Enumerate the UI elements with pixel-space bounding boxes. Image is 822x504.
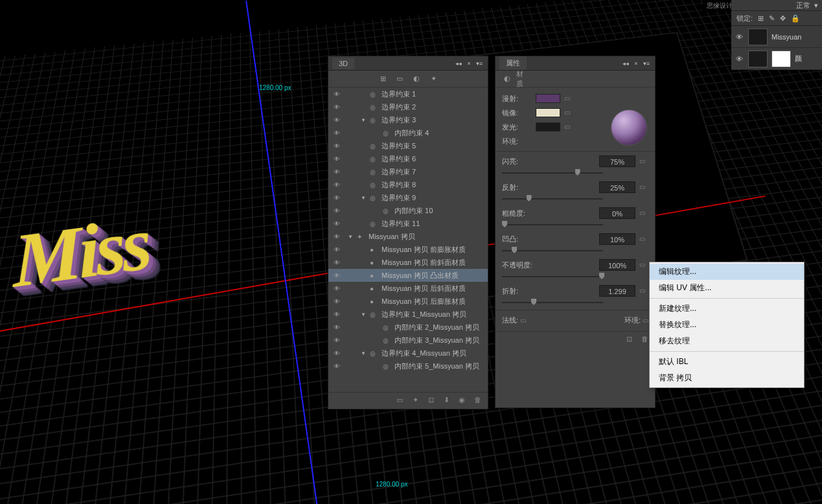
visibility-icon[interactable]: 👁	[331, 181, 343, 189]
filter-material-icon[interactable]: ◐	[411, 74, 422, 84]
btn-icon[interactable]: ⬇	[441, 396, 451, 406]
visibility-icon[interactable]: 👁	[331, 285, 343, 292]
tree-row[interactable]: 👁 ◎ 内部约束 10	[328, 204, 488, 217]
folder-icon[interactable]: ▭	[520, 317, 526, 324]
folder-icon[interactable]: ▭	[639, 287, 648, 295]
visibility-icon[interactable]: 👁	[331, 155, 343, 163]
lock-move-icon[interactable]: ✥	[780, 14, 786, 23]
diffuse-swatch[interactable]	[536, 94, 560, 103]
illum-swatch[interactable]	[536, 122, 560, 132]
context-menu[interactable]: 编辑纹理...编辑 UV 属性...新建纹理...替换纹理...移去纹理默认 I…	[649, 262, 805, 388]
slider-track[interactable]	[502, 246, 648, 255]
layer-row[interactable]: 👁 Missyuan	[731, 26, 822, 48]
tree-row[interactable]: 👁 ◎ 边界约束 6	[328, 152, 488, 165]
slider-value[interactable]: 10%	[599, 233, 635, 245]
slider-track[interactable]	[502, 298, 648, 307]
slider-value[interactable]: 1.299	[599, 285, 635, 297]
lock-pixels-icon[interactable]: ⊞	[758, 14, 764, 23]
tree-row[interactable]: 👁 ▼ ◎ 边界约束 4_Missyuan 拷贝	[328, 347, 488, 360]
expand-arrow[interactable]: ▼	[361, 312, 367, 317]
folder-icon[interactable]: ▭	[564, 123, 573, 131]
visibility-icon[interactable]: 👁	[331, 143, 343, 150]
layer-mask-thumb[interactable]	[771, 51, 791, 67]
visibility-icon[interactable]: 👁	[331, 207, 343, 214]
folder-icon[interactable]: ▭	[639, 157, 648, 165]
tree-row[interactable]: 👁 ▼ ◎ 边界约束 9	[328, 191, 488, 204]
slider-handle[interactable]	[512, 247, 517, 253]
tree-row[interactable]: 👁 ◎ 边界约束 8	[328, 178, 488, 191]
menu-item[interactable]: 编辑 UV 属性...	[650, 280, 804, 296]
expand-arrow[interactable]: ▼	[361, 195, 367, 201]
tree-row[interactable]: 👁 ● Missyuan 拷贝 前斜面材质	[328, 256, 488, 269]
expand-arrow[interactable]: ▼	[361, 350, 367, 356]
menu-icon[interactable]: ▾≡	[475, 60, 484, 67]
folder-icon[interactable]: ▭	[639, 183, 648, 191]
menu-item[interactable]: 新建纹理...	[650, 301, 804, 317]
visibility-icon[interactable]: 👁	[331, 91, 343, 98]
filter-light-icon[interactable]: ✦	[428, 74, 439, 84]
tree-row[interactable]: 👁 ▼ ✦ Missyuan 拷贝	[328, 230, 488, 243]
tree-row[interactable]: 👁 ◎ 内部约束 5_Missyuan 拷贝	[328, 360, 488, 372]
slider-track[interactable]	[502, 194, 648, 203]
tree-row[interactable]: 👁 ● Missyuan 拷贝 凸出材质	[328, 269, 488, 282]
slider-track[interactable]	[502, 168, 648, 178]
layer-thumb[interactable]	[748, 51, 768, 67]
visibility-icon[interactable]: 👁	[331, 246, 343, 253]
layer-thumb[interactable]	[748, 29, 768, 45]
visibility-icon[interactable]: 👁	[331, 117, 343, 124]
visibility-icon[interactable]: 👁	[331, 168, 343, 176]
visibility-icon[interactable]: 👁	[331, 324, 343, 331]
visibility-icon[interactable]: 👁	[734, 33, 744, 41]
folder-icon[interactable]: ▭	[564, 95, 573, 102]
visibility-icon[interactable]: 👁	[331, 194, 343, 201]
trash-icon[interactable]: 🗑	[639, 335, 650, 345]
menu-item[interactable]: 替换纹理...	[650, 317, 804, 333]
btn-icon[interactable]: ◉	[457, 396, 467, 406]
folder-icon[interactable]: ▭	[639, 235, 648, 243]
panel-3d[interactable]: 3D ◂◂ × ▾≡ ⊞ ▭ ◐ ✦ 👁 ◎ 边界约束 1👁 ◎ 边界约束 2👁…	[328, 56, 488, 409]
lock-brush-icon[interactable]: ✎	[769, 14, 775, 23]
tree-row[interactable]: 👁 ▼ ◎ 边界约束 1_Missyuan 拷贝	[328, 308, 488, 321]
slider-track[interactable]	[502, 220, 648, 229]
menu-item[interactable]: 编辑纹理...	[650, 264, 804, 280]
visibility-icon[interactable]: 👁	[331, 130, 343, 137]
layer-row[interactable]: 👁 颜	[731, 48, 822, 70]
btn-icon[interactable]: ⊡	[624, 335, 634, 345]
slider-handle[interactable]	[599, 273, 604, 279]
panel-props-tab[interactable]: 属性	[499, 56, 527, 70]
expand-arrow[interactable]: ▼	[348, 234, 354, 240]
tree-row[interactable]: 👁 ● Missyuan 拷贝 后膨胀材质	[328, 295, 488, 308]
collapse-icon[interactable]: ◂◂	[621, 60, 630, 67]
slider-handle[interactable]	[531, 299, 536, 305]
menu-item[interactable]: 背景 拷贝	[650, 370, 804, 386]
visibility-icon[interactable]: 👁	[331, 298, 343, 305]
close-icon[interactable]: ×	[464, 60, 474, 67]
btn-icon[interactable]: ✦	[410, 396, 420, 406]
slider-handle[interactable]	[527, 195, 532, 201]
menu-item[interactable]: 默认 IBL	[650, 354, 804, 370]
folder-icon[interactable]: ▭	[643, 317, 648, 324]
slider-value[interactable]: 0%	[599, 207, 635, 219]
blend-mode-label[interactable]: 正常	[796, 1, 810, 10]
btn-icon[interactable]: ⊡	[426, 396, 436, 406]
layers-panel[interactable]: 👁 Missyuan👁 颜	[731, 26, 822, 70]
menu-icon[interactable]: ▾≡	[642, 60, 651, 67]
panel-3d-tab[interactable]: 3D	[332, 58, 354, 69]
trash-icon[interactable]: 🗑	[472, 396, 483, 406]
visibility-icon[interactable]: 👁	[331, 350, 343, 357]
slider-value[interactable]: 25%	[599, 181, 635, 193]
filter-scene-icon[interactable]: ⊞	[378, 74, 388, 84]
specular-swatch[interactable]	[536, 108, 560, 117]
visibility-icon[interactable]: 👁	[331, 363, 343, 370]
tree-row[interactable]: 👁 ◎ 内部约束 3_Missyuan 拷贝	[328, 334, 488, 347]
btn-icon[interactable]: ▭	[394, 396, 405, 406]
expand-arrow[interactable]: ▼	[361, 117, 367, 123]
visibility-icon[interactable]: 👁	[331, 104, 343, 111]
slider-handle[interactable]	[502, 221, 507, 227]
slider-track[interactable]	[502, 272, 648, 281]
lock-all-icon[interactable]: 🔒	[791, 14, 800, 23]
close-icon[interactable]: ×	[632, 60, 641, 67]
panel-properties[interactable]: 属性 ◂◂ × ▾≡ ◐ 材质 漫射: ▭ 镜像: ▭ 发光: ▭ 环境:	[495, 56, 656, 408]
tree-row[interactable]: 👁 ● Missyuan 拷贝 前膨胀材质	[328, 243, 488, 256]
slider-value[interactable]: 100%	[599, 259, 635, 271]
